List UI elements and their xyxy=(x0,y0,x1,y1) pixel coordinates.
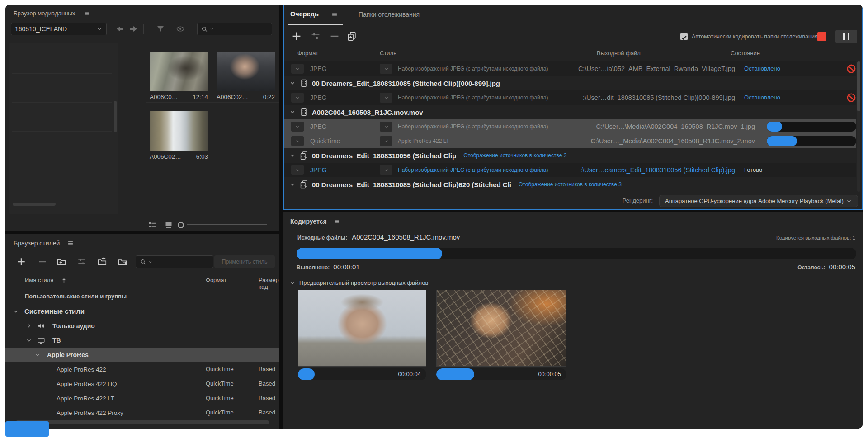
format-dropdown[interactable] xyxy=(291,165,304,175)
preset-dropdown[interactable] xyxy=(380,93,392,103)
panel-menu-icon[interactable] xyxy=(83,10,90,17)
filter-icon[interactable] xyxy=(156,24,165,33)
media-browser-header: Браузер медиаданных xyxy=(14,10,90,17)
preset-row[interactable]: Apple ProRes 422 QuickTime Based xyxy=(5,362,279,377)
apply-preset-button[interactable]: Применить стиль xyxy=(214,255,275,268)
renderer-select[interactable]: Аппаратное GPU-ускорение ядра Adobe Merc… xyxy=(659,195,858,207)
queue-group-row[interactable]: 00 Dreamers_Edit_1808310056 (Stitched Cl… xyxy=(284,148,856,163)
queue-group-row[interactable]: 00 Dreamers_Edit_1808310085 (Stitched Cl… xyxy=(284,177,856,192)
remove-icon[interactable] xyxy=(329,31,340,42)
preset-section-user[interactable]: Пользовательские стили и группы xyxy=(5,289,279,304)
list-view-icon[interactable] xyxy=(148,221,157,230)
tree-horizontal-scrollbar[interactable] xyxy=(13,203,56,206)
column-preset-name[interactable]: Имя стиля xyxy=(25,277,53,283)
preset-dropdown[interactable] xyxy=(380,122,392,132)
queue-output-row[interactable]: JPEG Набор изображений JPEG (с атрибутам… xyxy=(284,90,856,105)
queue-group-row[interactable]: 00 Dreamers_Edit_1808310085 (Stitched Cl… xyxy=(284,76,856,90)
preset-row[interactable]: Apple ProRes 422 LT QuickTime Based xyxy=(5,391,279,405)
folder-select[interactable]: 160510_ICELAND xyxy=(11,23,107,35)
chevron-down-icon[interactable] xyxy=(289,152,296,159)
forward-arrow-icon[interactable] xyxy=(128,24,138,33)
format-dropdown[interactable] xyxy=(291,136,304,146)
chevron-right-icon[interactable] xyxy=(26,323,32,329)
queue-output-row-encoding[interactable]: QuickTime Apple ProRes 422 LT C:\User…_M… xyxy=(284,134,856,148)
queue-output-row[interactable]: JPEG Набор изображений JPEG (с атрибутам… xyxy=(284,61,856,76)
thumbnail-view-icon[interactable] xyxy=(164,221,173,230)
import-preset-icon[interactable] xyxy=(97,257,108,267)
remaining-time: Осталось: 00:00:05 xyxy=(797,263,855,271)
preset-horizontal-scrollbar[interactable] xyxy=(16,420,269,424)
cancel-icon[interactable] xyxy=(846,93,856,103)
export-preset-icon[interactable] xyxy=(117,257,128,267)
output-path[interactable]: C:\User…\Media\A002C004_160508_R1JC.mov_… xyxy=(596,119,755,134)
chevron-down-icon[interactable] xyxy=(289,80,296,86)
preset-dropdown[interactable] xyxy=(380,64,392,74)
preset-group-audio[interactable]: Только аудио xyxy=(5,319,279,333)
clip-duration: 0:22 xyxy=(263,94,275,100)
output-path[interactable]: C:\User…ia\052_AMB_External_Rwanda_Villa… xyxy=(578,61,735,76)
auto-encode-checkbox[interactable] xyxy=(680,33,688,40)
preset-group-apple-prores[interactable]: Apple ProRes xyxy=(5,348,279,362)
tab-watch-folders[interactable]: Папки отслеживания xyxy=(359,11,420,18)
chevron-down-icon[interactable] xyxy=(26,337,32,344)
preset-dropdown[interactable] xyxy=(380,165,392,175)
panel-menu-icon[interactable] xyxy=(67,240,74,246)
duplicate-icon[interactable] xyxy=(346,31,357,42)
chevron-down-icon[interactable] xyxy=(289,109,296,115)
preview-section-header[interactable]: Предварительный просмотр выходных файлов xyxy=(289,279,428,286)
column-frame-size[interactable]: Размер кад xyxy=(259,277,279,290)
media-thumbnail-grid: A006C0… 12:14 A006C02… 0:22 A006C02… 6 xyxy=(146,43,279,214)
column-format[interactable]: Формат xyxy=(206,277,226,283)
chevron-down-icon[interactable] xyxy=(34,352,41,358)
preset-search-input[interactable] xyxy=(136,255,213,268)
preset-section-system[interactable]: Системные стили xyxy=(5,304,279,319)
show-sources-link[interactable]: Отображение источников в количестве 3 xyxy=(519,181,622,188)
tree-vertical-scrollbar[interactable] xyxy=(114,101,117,132)
tab-queue[interactable]: Очередь xyxy=(290,10,319,18)
preset-settings-icon[interactable] xyxy=(76,257,87,267)
clip-cell[interactable]: A006C02… 6:03 xyxy=(146,103,212,162)
format-dropdown[interactable] xyxy=(291,93,304,103)
column-output-file: Выходной файл xyxy=(597,50,641,57)
row-progress-bar xyxy=(767,136,856,146)
zoom-slider-track[interactable] xyxy=(187,224,267,225)
preset-dropdown[interactable] xyxy=(380,136,392,146)
add-source-icon[interactable] xyxy=(291,31,302,42)
media-folder-tree[interactable] xyxy=(9,43,118,214)
clip-cell[interactable]: A006C0… 12:14 xyxy=(146,43,212,103)
show-sources-link[interactable]: Отображение источников в количестве 3 xyxy=(463,152,566,159)
output-path[interactable]: C:\User…_Media\A002C004_160508_R1JC.mov_… xyxy=(591,134,755,148)
clip-thumbnail[interactable] xyxy=(217,52,275,91)
cancel-icon[interactable] xyxy=(846,64,856,74)
queue-vertical-scrollbar[interactable] xyxy=(857,61,860,192)
add-preset-icon[interactable] xyxy=(16,257,27,267)
pause-queue-button[interactable] xyxy=(835,30,857,43)
output-path[interactable]: :\User…dit_1808310085 (Stitched Clip)[00… xyxy=(583,90,735,105)
clip-thumbnail[interactable] xyxy=(150,52,208,91)
clip-thumbnail[interactable] xyxy=(150,111,208,151)
queue-output-row-encoding[interactable]: JPEG Набор изображений JPEG (с атрибутам… xyxy=(284,119,856,134)
format-dropdown[interactable] xyxy=(291,122,304,132)
clip-cell[interactable]: A006C02… 0:22 xyxy=(212,43,279,103)
preset-row[interactable]: Apple ProRes 422 Proxy QuickTime Based xyxy=(5,405,279,420)
panel-menu-icon[interactable] xyxy=(331,11,338,18)
preset-row[interactable]: Apple ProRes 422 HQ QuickTime Based xyxy=(5,377,279,391)
media-search-input[interactable] xyxy=(197,23,272,35)
panel-menu-icon[interactable] xyxy=(333,218,340,225)
format-dropdown[interactable] xyxy=(291,64,304,74)
output-path[interactable]: :\User…eamers_Edit_1808310056 (Stitched … xyxy=(580,163,735,177)
stop-queue-button[interactable] xyxy=(817,32,826,41)
chevron-down-icon[interactable] xyxy=(13,308,19,315)
column-format: Формат xyxy=(297,50,318,57)
preset-group-tv[interactable]: ТВ xyxy=(5,333,279,348)
queue-group-row[interactable]: A002C004_160508_R1JC.mov.mov xyxy=(284,105,856,119)
queue-output-row[interactable]: JPEG Набор изображений JPEG (с атрибутам… xyxy=(284,163,856,177)
zoom-slider-knob[interactable] xyxy=(178,222,184,228)
preview-eye-icon[interactable] xyxy=(175,24,185,33)
back-arrow-icon[interactable] xyxy=(115,24,125,33)
chevron-down-icon[interactable] xyxy=(289,181,296,188)
job-settings-icon[interactable] xyxy=(310,31,321,42)
new-group-icon[interactable] xyxy=(56,257,67,267)
preset-browser-header: Браузер стилей xyxy=(14,240,74,247)
remove-preset-icon[interactable] xyxy=(37,257,48,267)
